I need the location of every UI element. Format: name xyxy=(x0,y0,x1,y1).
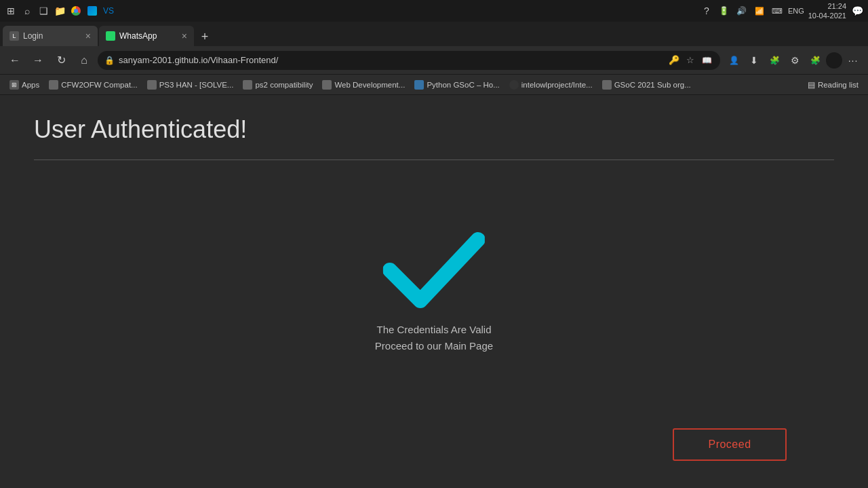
webdev-favicon xyxy=(322,80,332,90)
credentials-text: The Credentials Are Valid Proceed to our… xyxy=(375,322,493,354)
network-icon[interactable]: 📶 xyxy=(753,4,766,18)
bookmark-webdev-label: Web Development... xyxy=(334,81,405,89)
bookmark-ps2compat-label: ps2 compatibility xyxy=(255,81,313,89)
toolbar-icons: 👤 ⬇ 🧩 ⚙ 🧩 ··· xyxy=(724,51,863,70)
credentials-line1: The Credentials Are Valid xyxy=(375,322,493,338)
address-bar-row: ← → ↻ ⌂ 🔒 sanyam-2001.github.io/Vihaan-F… xyxy=(0,46,868,75)
address-text[interactable]: sanyam-2001.github.io/Vihaan-Frontend/ xyxy=(119,55,663,65)
whatsapp-tab-title: WhatsApp xyxy=(119,31,175,41)
page-content: User Authenticated! The Credentials Are … xyxy=(0,95,868,488)
tab-bar: L Login × WhatsApp × + xyxy=(0,22,868,46)
credentials-line2: Proceed to our Main Page xyxy=(375,338,493,354)
reading-list-icon: ▤ xyxy=(808,80,815,90)
help-icon[interactable]: ? xyxy=(700,4,713,18)
taskbar: ⊞ ⌕ ❑ 📁 VS ? 🔋 🔊 📶 ⌨ ENG 21:24 10-04-202… xyxy=(0,0,868,22)
proceed-button[interactable]: Proceed xyxy=(673,428,787,461)
forward-button[interactable]: → xyxy=(28,51,47,70)
bookmark-intelow-label: intelowlproject/Inte... xyxy=(521,81,593,89)
favorites-icon-btn[interactable]: ⬇ xyxy=(745,51,764,70)
ps3han-favicon xyxy=(147,80,157,90)
reading-list-label: Reading list xyxy=(818,81,859,89)
bookmark-ps3han-label: PS3 HAN - [SOLVE... xyxy=(159,81,234,89)
checkmark-icon xyxy=(383,229,485,311)
apps-favicon: ⊞ xyxy=(9,80,19,90)
bookmark-pythongsoc-label: Python GSoC – Ho... xyxy=(427,81,499,89)
home-button[interactable]: ⌂ xyxy=(75,51,94,70)
checkmark-area: The Credentials Are Valid Proceed to our… xyxy=(375,229,493,354)
cfw2ofw-favicon xyxy=(49,80,58,90)
clock-date: 10-04-2021 xyxy=(808,11,846,20)
taskbar-clock: 21:24 10-04-2021 xyxy=(808,1,846,21)
puzzle-icon-btn[interactable]: 🧩 xyxy=(806,51,825,70)
start-icon[interactable]: ⊞ xyxy=(4,4,18,18)
clock-time: 21:24 xyxy=(808,1,846,11)
task-view-icon[interactable]: ❑ xyxy=(37,4,50,18)
reading-list-button[interactable]: ▤ Reading list xyxy=(804,79,863,91)
login-tab-close[interactable]: × xyxy=(85,31,91,41)
intelow-favicon xyxy=(509,80,519,90)
bookmark-pythongsoc[interactable]: Python GSoC – Ho... xyxy=(410,79,503,91)
tab-whatsapp[interactable]: WhatsApp × xyxy=(99,26,194,46)
tab-login[interactable]: L Login × xyxy=(3,26,98,46)
notification-icon[interactable]: 💬 xyxy=(850,4,864,18)
page-title: User Authenticated! xyxy=(34,115,247,144)
bookmark-apps-label: Apps xyxy=(22,81,39,89)
edge-taskbar-icon[interactable] xyxy=(85,4,99,18)
taskbar-right: ? 🔋 🔊 📶 ⌨ ENG 21:24 10-04-2021 💬 xyxy=(700,1,864,21)
bookmark-intelow[interactable]: intelowlproject/Inte... xyxy=(505,79,597,91)
password-save-icon[interactable]: 🔑 xyxy=(667,54,681,67)
refresh-button[interactable]: ↻ xyxy=(52,51,71,70)
profile-icon-btn[interactable]: 👤 xyxy=(724,51,743,70)
whatsapp-tab-close[interactable]: × xyxy=(182,31,187,41)
ps2compat-favicon xyxy=(243,80,252,90)
bookmark-ps3han[interactable]: PS3 HAN - [SOLVE... xyxy=(143,79,238,91)
bookmark-icon[interactable]: ☆ xyxy=(684,54,697,67)
bookmark-gsoc2021-label: GSoC 2021 Sub org... xyxy=(614,81,691,89)
address-icons: 🔑 ☆ 📖 xyxy=(667,54,713,67)
search-taskbar-icon[interactable]: ⌕ xyxy=(20,4,34,18)
address-box[interactable]: 🔒 sanyam-2001.github.io/Vihaan-Frontend/… xyxy=(98,51,720,70)
bookmark-apps[interactable]: ⊞ Apps xyxy=(5,79,43,91)
heading-divider xyxy=(34,159,834,160)
browser-menu-button[interactable]: ··· xyxy=(844,51,863,70)
volume-icon[interactable]: 🔊 xyxy=(735,4,749,18)
taskbar-left: ⊞ ⌕ ❑ 📁 VS xyxy=(4,4,115,18)
lock-icon: 🔒 xyxy=(104,56,115,65)
browser: L Login × WhatsApp × + ← → ↻ ⌂ 🔒 sanyam-… xyxy=(0,22,868,488)
login-tab-title: Login xyxy=(23,31,79,41)
keyboard-icon[interactable]: ⌨ xyxy=(770,4,784,18)
svg-text:L: L xyxy=(12,33,16,39)
whatsapp-tab-favicon xyxy=(106,31,115,41)
collections-icon-btn[interactable]: 🧩 xyxy=(765,51,784,70)
bookmarks-bar: ⊞ Apps CFW2OFW Compat... PS3 HAN - [SOLV… xyxy=(0,75,868,95)
login-tab-favicon: L xyxy=(9,31,19,41)
back-button[interactable]: ← xyxy=(5,51,24,70)
pythongsoc-favicon xyxy=(414,80,424,90)
language-label: ENG xyxy=(788,7,804,15)
bookmark-gsoc2021[interactable]: GSoC 2021 Sub org... xyxy=(598,79,695,91)
bookmark-webdev[interactable]: Web Development... xyxy=(318,79,409,91)
battery-icon[interactable]: 🔋 xyxy=(717,4,731,18)
bookmark-cfw2ofw-label: CFW2OFW Compat... xyxy=(61,81,137,89)
user-avatar[interactable] xyxy=(826,52,842,69)
vscode-taskbar-icon[interactable]: VS xyxy=(102,4,115,18)
gsoc2021-favicon xyxy=(602,80,612,90)
new-tab-button[interactable]: + xyxy=(195,27,214,46)
chrome-taskbar-icon[interactable] xyxy=(69,4,83,18)
reading-view-icon[interactable]: 📖 xyxy=(700,54,713,67)
file-explorer-icon[interactable]: 📁 xyxy=(53,4,66,18)
bookmark-cfw2ofw[interactable]: CFW2OFW Compat... xyxy=(45,79,141,91)
extensions-icon-btn[interactable]: ⚙ xyxy=(785,51,804,70)
bookmark-ps2compat[interactable]: ps2 compatibility xyxy=(239,79,317,91)
